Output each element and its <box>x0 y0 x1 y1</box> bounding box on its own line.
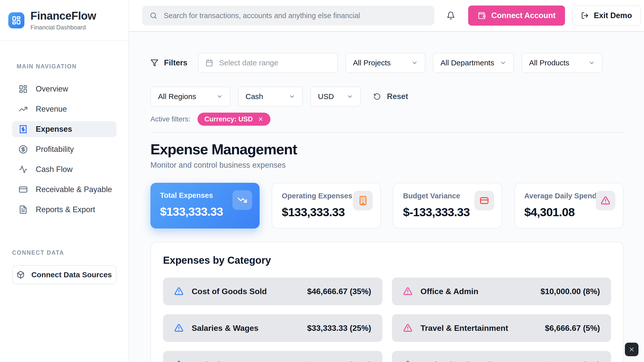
sidebar-item-overview[interactable]: Overview <box>12 81 116 97</box>
projects-select-value: All Projects <box>353 59 391 67</box>
search-icon <box>150 12 157 19</box>
sidebar-item-reports-export[interactable]: Reports & Export <box>12 202 116 218</box>
sidebar-item-label: Overview <box>36 84 68 94</box>
search-input[interactable] <box>164 12 425 20</box>
alert-triangle-icon <box>403 287 413 296</box>
currency-filter-chip[interactable]: Currency: USD <box>197 113 270 126</box>
nav-section-label: MAIN NAVIGATION <box>17 63 129 70</box>
category-value: $3,333.33 (3%) <box>545 360 600 362</box>
package-icon <box>17 271 25 279</box>
category-row-travel-entertainment[interactable]: Travel & Entertainment $6,666.67 (5%) <box>392 314 611 342</box>
chevron-down-icon <box>588 60 595 66</box>
circle-dollar-icon <box>19 145 28 154</box>
category-value: $46,666.67 (35%) <box>307 287 371 296</box>
date-range-input[interactable]: Select date range <box>198 53 338 73</box>
payment-type-select[interactable]: Cash <box>238 86 303 107</box>
rotate-ccw-icon <box>373 93 381 100</box>
reset-label: Reset <box>387 92 408 101</box>
payment-type-select-value: Cash <box>246 92 263 101</box>
filters-label-group: Filters <box>150 58 187 67</box>
category-value: $6,666.67 (5%) <box>545 324 600 333</box>
notifications-button[interactable] <box>447 11 455 20</box>
page-title: Expense Management <box>150 141 624 158</box>
sidebar-item-expenses[interactable]: Expenses <box>12 121 116 137</box>
connect-button-label: Connect Data Sources <box>31 270 112 279</box>
sidebar-item-label: Cash Flow <box>36 165 72 174</box>
sidebar-item-cash-flow[interactable]: Cash Flow <box>12 161 116 177</box>
date-range-placeholder: Select date range <box>219 59 278 67</box>
alert-triangle-icon <box>174 287 184 296</box>
main-content: Filters Select date range All Projects A… <box>129 32 644 362</box>
exit-demo-button[interactable]: Exit Demo <box>572 6 641 26</box>
chevron-down-icon <box>216 93 223 100</box>
projects-select[interactable]: All Projects <box>345 53 425 73</box>
page-subtitle: Monitor and control business expenses <box>150 161 624 170</box>
file-text-icon <box>19 205 28 214</box>
brand-header: FinanceFlow Financial Dashboard <box>0 0 129 41</box>
stat-card-average-daily-spend[interactable]: Average Daily Spend $4,301.08 <box>514 183 623 229</box>
categories-title: Expenses by Category <box>163 255 611 266</box>
connect-account-label: Connect Account <box>491 11 555 20</box>
close-icon <box>628 346 635 353</box>
dashboard-grid-icon <box>12 16 21 25</box>
global-search[interactable] <box>142 6 434 25</box>
category-label: Office & Admin <box>421 287 533 296</box>
sidebar-item-profitability[interactable]: Profitability <box>12 141 116 157</box>
alert-triangle-icon <box>403 323 413 333</box>
alert-triangle-icon <box>174 323 184 333</box>
category-row-professional-services[interactable]: Professional Services $3,333.33 (3%) <box>392 351 611 362</box>
credit-card-icon <box>474 191 494 210</box>
sidebar-item-label: Receivable & Payable <box>36 185 112 194</box>
stat-card-budget-variance[interactable]: Budget Variance $-133,333.33 <box>393 183 502 229</box>
filters-label: Filters <box>164 58 187 67</box>
section-divider <box>150 132 624 133</box>
chevron-down-icon <box>347 93 353 100</box>
sidebar-item-revenue[interactable]: Revenue <box>12 101 116 117</box>
wallet-icon <box>478 12 486 20</box>
app-title: FinanceFlow <box>30 10 96 22</box>
dashboard-grid-icon <box>19 84 28 94</box>
products-select[interactable]: All Products <box>521 53 602 73</box>
sidebar-item-label: Profitability <box>36 145 74 154</box>
stat-cards-row: Total Expenses $133,333.33 Operating Exp… <box>150 183 624 229</box>
top-header: Connect Account Exit Demo <box>129 0 644 32</box>
category-row-office-admin[interactable]: Office & Admin $10,000.00 (8%) <box>392 278 611 305</box>
connect-account-button[interactable]: Connect Account <box>468 6 565 26</box>
category-row-salaries-wages[interactable]: Salaries & Wages $33,333.33 (25%) <box>163 314 382 342</box>
log-out-icon <box>581 12 589 19</box>
sidebar-item-receivable-payable[interactable]: Receivable & Payable <box>12 182 116 198</box>
bell-icon <box>447 11 455 20</box>
connect-data-sources-button[interactable]: Connect Data Sources <box>12 265 116 284</box>
currency-select[interactable]: USD <box>310 86 361 107</box>
category-value: $10,000.00 (8%) <box>540 287 600 296</box>
credit-card-icon <box>19 185 28 194</box>
regions-select[interactable]: All Regions <box>150 86 230 107</box>
exit-demo-label: Exit Demo <box>594 11 632 20</box>
trending-down-icon <box>232 190 252 210</box>
category-row-cost-of-goods-sold[interactable]: Cost of Goods Sold $46,666.67 (35%) <box>163 278 382 305</box>
category-row-marketing[interactable]: Marketing $20,000.00 (15%) <box>163 351 382 362</box>
alert-triangle-icon <box>596 191 615 210</box>
currency-select-value: USD <box>318 92 334 101</box>
departments-select-value: All Departments <box>440 59 494 67</box>
connect-section-label: CONNECT DATA <box>12 249 116 256</box>
connect-data-section: CONNECT DATA Connect Data Sources <box>0 249 129 284</box>
sidebar-item-label: Expenses <box>36 125 72 134</box>
close-icon[interactable] <box>258 116 263 122</box>
funnel-icon <box>150 59 158 67</box>
close-widget-button[interactable] <box>625 343 638 356</box>
alert-triangle-icon <box>174 360 184 362</box>
reset-filters-button[interactable]: Reset <box>373 92 408 101</box>
category-label: Travel & Entertainment <box>421 324 537 333</box>
stat-card-operating-expenses[interactable]: Operating Expenses $133,333.33 <box>272 183 381 229</box>
products-select-value: All Products <box>529 59 569 67</box>
currency-chip-label: Currency: USD <box>205 115 253 123</box>
stat-card-total-expenses[interactable]: Total Expenses $133,333.33 <box>150 183 260 229</box>
trending-up-icon <box>19 105 28 114</box>
departments-select[interactable]: All Departments <box>433 53 514 73</box>
category-label: Salaries & Wages <box>192 324 299 333</box>
activity-icon <box>19 165 28 174</box>
sidebar-item-label: Revenue <box>36 105 67 114</box>
category-value: $20,000.00 (15%) <box>307 360 371 362</box>
category-label: Professional Services <box>421 360 537 362</box>
